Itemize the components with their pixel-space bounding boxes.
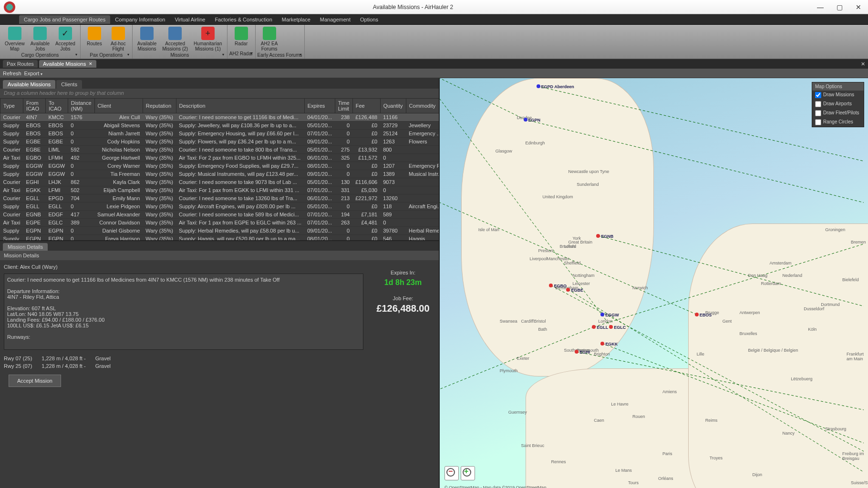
- table-row[interactable]: SupplyEBOSEBOS0Niamh JarrettWary (35%)Su…: [0, 130, 439, 138]
- column-header[interactable]: From ICAO: [23, 99, 46, 113]
- table-cell: EGBE: [23, 146, 46, 154]
- minimize-button[interactable]: —: [811, 0, 830, 14]
- menu-tab[interactable]: Virtual Airline: [170, 15, 210, 24]
- airport-marker[interactable]: [600, 342, 604, 346]
- table-cell: Supply: [0, 130, 23, 138]
- column-header[interactable]: To ICAO: [45, 99, 68, 113]
- table-row[interactable]: CourierEGHILHJK862Kayla ClarkWary (35%)C…: [0, 178, 439, 186]
- radar-button[interactable]: Radar: [229, 26, 253, 51]
- svg-line-1: [440, 78, 526, 120]
- menu-tab[interactable]: Management: [315, 15, 355, 24]
- close-button[interactable]: ✕: [849, 0, 868, 14]
- airport-marker[interactable]: [695, 313, 699, 316]
- airport-marker[interactable]: [600, 313, 604, 316]
- table-cell: Courier: [0, 194, 23, 203]
- table-cell: 09/01/20...: [304, 170, 335, 178]
- map-option[interactable]: Range Circles: [812, 118, 864, 127]
- table-row[interactable]: SupplyEGLLEGLL0Lexie PidgeonWary (35%)Su…: [0, 203, 439, 211]
- maximize-button[interactable]: ▢: [830, 0, 849, 14]
- airport-marker[interactable]: [609, 325, 613, 329]
- column-header[interactable]: Quantity: [380, 99, 406, 113]
- map-option[interactable]: Draw Missions: [812, 91, 864, 100]
- map-pane: © OpenStreetMap - Map data ©2019 OpenStr…: [439, 78, 868, 488]
- forums-button[interactable]: AH2 EAForums: [258, 26, 281, 52]
- missions-table-wrap[interactable]: TypeFrom ICAOTo ICAODistance (NM)ClientR…: [0, 98, 439, 241]
- radar-icon: [235, 27, 248, 40]
- close-all-tabs-button[interactable]: ✕: [861, 61, 865, 67]
- table-row[interactable]: SupplyEGBEEGBE0Cody HopkinsWary (35%)Sup…: [0, 138, 439, 146]
- map-city-label: Le Havre: [611, 402, 629, 407]
- table-row[interactable]: SupplyEBOSEBOS0Abigail StevensWary (35%)…: [0, 122, 439, 130]
- routes-button[interactable]: Routes: [83, 26, 106, 52]
- map-option-checkbox[interactable]: [815, 101, 821, 107]
- table-cell: 0: [335, 138, 352, 146]
- adhoc-flight-button[interactable]: Ad-hocFlight: [106, 26, 130, 52]
- column-header[interactable]: Time Limit: [335, 99, 352, 113]
- map-option-checkbox[interactable]: [815, 110, 821, 116]
- map-option-checkbox[interactable]: [815, 119, 821, 125]
- column-header[interactable]: Commodity: [406, 99, 439, 113]
- map-canvas[interactable]: © OpenStreetMap - Map data ©2019 OpenStr…: [440, 78, 868, 488]
- table-row[interactable]: Air TaxiEGPEEGLC389Connor DavidsonWary (…: [0, 219, 439, 227]
- column-header[interactable]: Description: [176, 99, 304, 113]
- table-row[interactable]: SupplyEGPNEGPN0Freya HarrisonWary (35%)S…: [0, 235, 439, 242]
- available-jobs-button[interactable]: AvailableJobs: [28, 26, 52, 52]
- table-cell: 0: [380, 154, 406, 162]
- mission-details-tab[interactable]: Mission Details: [3, 243, 48, 251]
- close-tab-icon[interactable]: ✕: [89, 61, 93, 66]
- airport-marker[interactable]: [524, 118, 527, 122]
- table-row[interactable]: Air TaxiEGBOLFMH492George HartwellWary (…: [0, 154, 439, 162]
- airport-marker[interactable]: [596, 234, 600, 238]
- table-row[interactable]: SupplyEGPNEGPN0Daniel GisborneWary (35%)…: [0, 227, 439, 235]
- available-missions-button[interactable]: AvailableMissions: [134, 26, 159, 52]
- column-header[interactable]: Client: [94, 99, 143, 113]
- menu-tab[interactable]: Options: [355, 15, 383, 24]
- menu-tab[interactable]: Company Information: [110, 15, 170, 24]
- menu-tab[interactable]: Cargo Jobs and Passenger Routes: [19, 15, 110, 24]
- accept-mission-button[interactable]: Accept Mission: [9, 375, 61, 387]
- airport-marker[interactable]: [566, 288, 570, 292]
- airport-marker[interactable]: [592, 325, 596, 329]
- svg-line-2: [526, 120, 864, 203]
- accepted-jobs-button[interactable]: ✓AcceptedJobs: [52, 26, 78, 52]
- document-tab[interactable]: Pax Routes: [3, 60, 38, 68]
- table-cell: £126,488: [352, 113, 380, 122]
- document-tab[interactable]: Available Missions✕: [39, 60, 96, 68]
- airport-marker[interactable]: [549, 284, 553, 287]
- zoom-in-button[interactable]: [461, 466, 475, 480]
- table-row[interactable]: SupplyEGGWEGGW0Corey WarnerWary (35%)Sup…: [0, 162, 439, 170]
- refresh-button[interactable]: Refresh: [3, 71, 21, 76]
- airport-marker[interactable]: [537, 84, 540, 88]
- column-header[interactable]: Distance (NM): [68, 99, 94, 113]
- airport-marker[interactable]: [575, 350, 579, 354]
- overview-map-icon: [8, 27, 21, 40]
- accepted-missions-button[interactable]: AcceptedMissions (2): [159, 26, 191, 52]
- menu-tab[interactable]: Factories & Construction: [210, 15, 277, 24]
- table-row[interactable]: CourierEGBELIML592Nicholas NelsonWary (3…: [0, 146, 439, 154]
- menu-tab[interactable]: Marketplace: [277, 15, 315, 24]
- table-cell: 800: [380, 146, 406, 154]
- map-city-label: Le Mans: [615, 468, 632, 473]
- table-cell: Wary (35%): [143, 170, 176, 178]
- sub-tab[interactable]: Clients: [56, 80, 82, 89]
- table-row[interactable]: CourierEGLLEPGD704Emily MannWary (35%)Co…: [0, 194, 439, 203]
- mission-description-text[interactable]: Courier: I need someone to get 11166 lbs…: [4, 274, 363, 350]
- map-option-checkbox[interactable]: [815, 92, 821, 98]
- humanitarian-missions-button[interactable]: +HumanitarianMissions (1): [191, 26, 225, 52]
- table-row[interactable]: Courier4IN7KMCC1576Alex CullWary (35%)Co…: [0, 113, 439, 122]
- map-option[interactable]: Draw Fleet/Pilots: [812, 109, 864, 118]
- table-row[interactable]: Air TaxiEGKKLFMI502Elijah CampbellWary (…: [0, 186, 439, 194]
- map-option[interactable]: Draw Airports: [812, 100, 864, 109]
- column-header[interactable]: Fee: [352, 99, 380, 113]
- column-header[interactable]: Reputation: [143, 99, 176, 113]
- table-cell: EGGW: [23, 170, 46, 178]
- column-header[interactable]: Type: [0, 99, 23, 113]
- sub-tab[interactable]: Available Missions: [3, 80, 55, 89]
- table-row[interactable]: CourierEGNBEDGF417Samuel AlexanderWary (…: [0, 211, 439, 219]
- group-by-bar[interactable]: Drag a column header here to group by th…: [0, 89, 439, 98]
- zoom-out-button[interactable]: [444, 466, 459, 480]
- export-button[interactable]: Export: [24, 71, 42, 76]
- overview-map-button[interactable]: OverviewMap: [2, 26, 28, 52]
- table-row[interactable]: SupplyEGGWEGGW0Tia FreemanWary (35%)Supp…: [0, 170, 439, 178]
- column-header[interactable]: Expires: [304, 99, 335, 113]
